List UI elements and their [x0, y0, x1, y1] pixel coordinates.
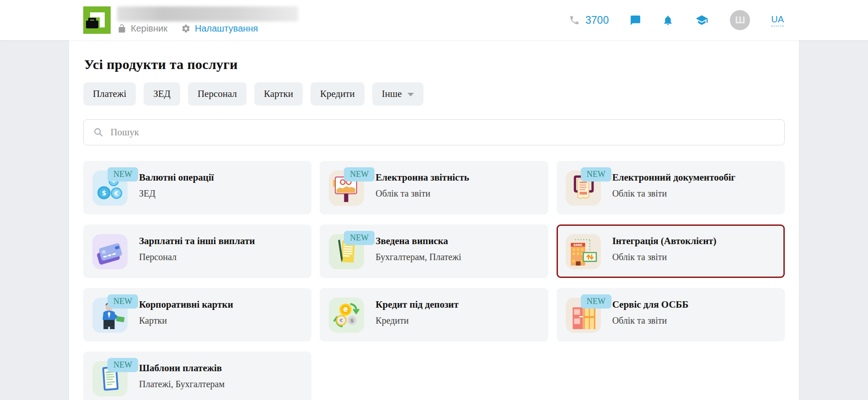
settings-link[interactable]: Налаштування	[181, 23, 258, 34]
product-card[interactable]: NEW Зведена виписка Бухгалтерам, Платежі	[320, 224, 548, 278]
filter-chip-1[interactable]: Платежі	[83, 82, 136, 106]
filter-chip-label: Персонал	[198, 88, 237, 100]
filter-chip-label: Картки	[264, 88, 293, 100]
organization-name-blurred	[117, 6, 298, 21]
product-card[interactable]: NEW Електронний документообіг Облік та з…	[557, 161, 785, 214]
bell-icon	[662, 15, 674, 26]
product-category: Платежі, Бухгалтерам	[139, 379, 225, 389]
product-category: Кредити	[375, 315, 458, 326]
user-role: Керівник	[117, 23, 167, 34]
product-title: Зарплатні та інші виплати	[139, 235, 255, 247]
product-title: Зведена виписка	[375, 235, 461, 247]
product-title: Шаблони платежів	[139, 363, 225, 374]
support-phone[interactable]: 3700	[569, 14, 609, 27]
bank-logo-icon[interactable]	[83, 6, 111, 34]
header-right: 3700 Ш UA	[569, 10, 784, 30]
product-category: Облік та звіти	[612, 188, 735, 199]
product-card[interactable]: NEW Шаблони платежів Платежі, Бухгалтера…	[83, 352, 311, 400]
search-bar[interactable]	[83, 119, 785, 145]
new-badge: NEW	[344, 231, 375, 245]
product-title: Електронна звітність	[375, 172, 469, 183]
category-filters: Платежі ЗЕД Персонал Картки Кредити Інше	[83, 82, 785, 106]
product-card[interactable]: NEW Електронна звітність Облік та звіти	[320, 161, 548, 214]
new-badge: NEW	[107, 358, 138, 372]
product-card[interactable]: NEW ¥$€ Валютні операції ЗЕД	[83, 161, 311, 214]
language-switcher[interactable]: UA	[771, 14, 784, 27]
product-title: Електронний документообіг	[612, 172, 735, 183]
new-badge: NEW	[107, 294, 138, 309]
product-category: Персонал	[139, 252, 255, 262]
chat-button[interactable]	[630, 15, 641, 26]
user-avatar[interactable]: Ш	[730, 10, 750, 30]
product-card[interactable]: NEW Корпоративні картки Картки	[83, 288, 311, 341]
phone-number: 3700	[585, 14, 609, 27]
svg-text:€: €	[114, 190, 118, 197]
organization-block: Керівник Налаштування	[117, 6, 298, 34]
settings-label: Налаштування	[195, 23, 258, 34]
product-category: Облік та звіти	[612, 315, 689, 326]
bank-integration-icon: BANK	[566, 234, 601, 269]
filter-chip-3[interactable]: Персонал	[188, 82, 246, 106]
products-panel: Усі продукти та послуги Платежі ЗЕД Перс…	[69, 40, 799, 400]
search-icon	[93, 127, 103, 138]
role-label: Керівник	[131, 23, 167, 34]
product-card[interactable]: Зарплатні та інші виплати Персонал	[83, 224, 311, 278]
svg-text:$: $	[350, 318, 354, 324]
chevron-down-icon	[407, 93, 414, 96]
graduation-cap-icon	[695, 14, 709, 27]
product-title: Інтеграція (Автоклієнт)	[612, 235, 717, 247]
gear-icon	[181, 24, 191, 33]
new-badge: NEW	[581, 294, 611, 309]
search-input[interactable]	[110, 127, 775, 138]
app-header: Керівник Налаштування 3700 Ш UA	[0, 0, 868, 40]
product-card[interactable]: NEW Сервіс для ОСББ Облік та звіти	[557, 288, 785, 341]
filter-chip-label: ЗЕД	[153, 88, 171, 100]
lock-open-icon	[117, 24, 127, 33]
svg-text:BANK: BANK	[573, 243, 582, 246]
svg-text:₴: ₴	[343, 306, 348, 313]
filter-chip-4[interactable]: Картки	[254, 82, 303, 106]
filter-chip-2[interactable]: ЗЕД	[144, 82, 180, 106]
phone-icon	[569, 15, 580, 26]
salary-cards-icon	[92, 234, 128, 269]
product-category: Облік та звіти	[375, 188, 469, 199]
products-grid: NEW ¥$€ Валютні операції ЗЕД NEW Електро…	[83, 161, 785, 400]
product-category: Облік та звіти	[612, 252, 717, 262]
notifications-button[interactable]	[662, 15, 674, 26]
svg-text:€: €	[339, 318, 343, 324]
filter-chip-label: Кредити	[320, 88, 355, 100]
product-title: Корпоративні картки	[139, 299, 233, 310]
product-category: Бухгалтерам, Платежі	[375, 252, 461, 262]
product-title: Валютні операції	[139, 172, 214, 183]
chat-icon	[630, 15, 641, 26]
svg-text:$: $	[102, 189, 106, 197]
product-category: Картки	[139, 315, 233, 326]
filter-chip-6[interactable]: Інше	[372, 82, 423, 106]
new-badge: NEW	[107, 167, 138, 181]
product-category: ЗЕД	[139, 188, 214, 199]
product-card[interactable]: ₴€$ Кредит під депозит Кредити	[320, 288, 548, 341]
new-badge: NEW	[344, 167, 375, 181]
new-badge: NEW	[581, 167, 611, 181]
education-button[interactable]	[695, 14, 709, 27]
product-title: Сервіс для ОСББ	[612, 299, 689, 310]
filter-chip-5[interactable]: Кредити	[311, 82, 364, 106]
credit-coins-icon: ₴€$	[329, 298, 364, 333]
filter-chip-label: Платежі	[93, 88, 126, 100]
product-card-highlighted[interactable]: BANK Інтеграція (Автоклієнт) Облік та зв…	[557, 224, 785, 278]
header-left: Керівник Налаштування	[83, 6, 298, 34]
page-title: Усі продукти та послуги	[84, 57, 785, 72]
filter-chip-label: Інше	[382, 88, 402, 100]
product-title: Кредит під депозит	[375, 299, 458, 310]
